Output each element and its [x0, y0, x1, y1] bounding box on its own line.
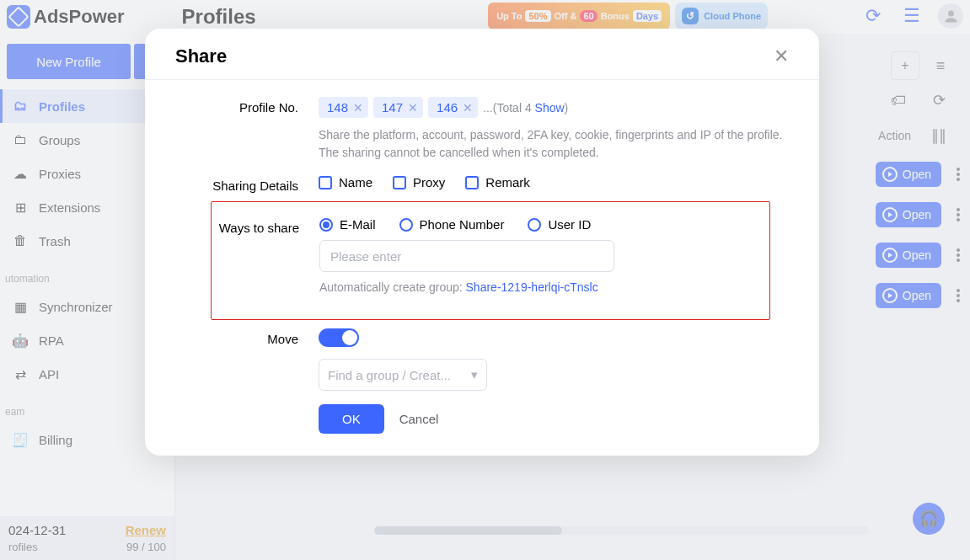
- sharing-details-label: Sharing Details: [175, 175, 319, 193]
- share-helper-text: Share the platform, account, password, 2…: [319, 126, 789, 162]
- radio-phone[interactable]: Phone Number: [399, 217, 505, 232]
- checkbox-proxy[interactable]: Proxy: [393, 175, 445, 189]
- checkbox-label: Proxy: [413, 175, 445, 189]
- ways-to-share-highlight: Ways to share E-Mail Phone Number User I…: [211, 201, 770, 320]
- radio-label: E-Mail: [340, 217, 376, 232]
- move-label: Move: [175, 328, 319, 391]
- radio-icon: [528, 218, 541, 232]
- profile-tag: 148✕: [319, 97, 368, 118]
- tag-label: 146: [437, 100, 458, 115]
- radio-label: User ID: [548, 217, 591, 232]
- ok-button[interactable]: OK: [319, 404, 384, 434]
- radio-email[interactable]: E-Mail: [319, 217, 376, 232]
- profile-tag: 146✕: [428, 97, 478, 118]
- auto-group-link[interactable]: Share-1219-herlqi-cTnslc: [466, 280, 598, 294]
- tag-total: ...(Total 4 Show): [483, 101, 568, 115]
- auto-group-text: Automatically create group: Share-1219-h…: [319, 280, 761, 294]
- tag-remove-icon[interactable]: ✕: [353, 101, 363, 115]
- ways-to-share-label: Ways to share: [212, 217, 319, 294]
- checkbox-label: Remark: [485, 175, 530, 189]
- tag-label: 147: [382, 100, 403, 115]
- profile-tag: 147✕: [373, 97, 423, 118]
- checkbox-remark[interactable]: Remark: [465, 175, 530, 189]
- show-all-link[interactable]: Show: [535, 101, 565, 115]
- close-icon[interactable]: ✕: [774, 45, 789, 67]
- cancel-button[interactable]: Cancel: [399, 412, 439, 426]
- tag-remove-icon[interactable]: ✕: [463, 101, 473, 115]
- modal-title: Share: [175, 45, 227, 67]
- radio-icon: [319, 218, 333, 232]
- tag-label: 148: [327, 100, 348, 115]
- radio-userid[interactable]: User ID: [528, 217, 591, 232]
- checkbox-label: Name: [339, 175, 372, 189]
- share-target-input[interactable]: [319, 240, 614, 272]
- move-switch[interactable]: [319, 328, 359, 347]
- tag-remove-icon[interactable]: ✕: [408, 101, 418, 115]
- group-select[interactable]: Find a group / Creat... ▾: [319, 359, 487, 391]
- profile-no-label: Profile No.: [175, 97, 319, 162]
- group-select-placeholder: Find a group / Creat...: [328, 368, 451, 382]
- radio-label: Phone Number: [420, 217, 505, 232]
- checkbox-icon: [393, 176, 406, 189]
- radio-icon: [399, 218, 413, 232]
- checkbox-name[interactable]: Name: [319, 175, 372, 189]
- share-modal: Share ✕ Profile No. 148✕ 147✕ 146✕ ...(T…: [145, 29, 819, 456]
- checkbox-icon: [465, 176, 479, 189]
- chevron-down-icon: ▾: [471, 367, 478, 382]
- checkbox-icon: [319, 176, 332, 189]
